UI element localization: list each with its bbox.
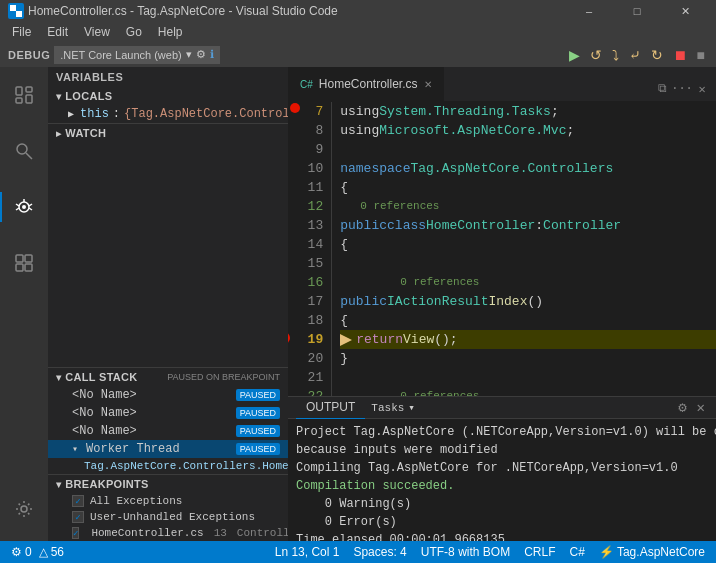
menu-view[interactable]: View xyxy=(76,22,118,42)
watch-label: WATCH xyxy=(65,127,106,139)
hotspot-button[interactable]: ■ xyxy=(694,45,708,65)
breakpoint-homecontroller[interactable]: ✓ HomeController.cs 13 Controllers xyxy=(48,525,288,541)
paused-badge-3: PAUSED xyxy=(236,425,280,437)
cursor-pos-label: Ln 13, Col 1 xyxy=(275,545,340,559)
svg-point-19 xyxy=(21,506,27,512)
close-tab-icon[interactable]: ✕ xyxy=(424,79,432,90)
menu-help[interactable]: Help xyxy=(150,22,191,42)
panel-close-icon[interactable]: ✕ xyxy=(694,398,708,417)
status-encoding[interactable]: UTF-8 with BOM xyxy=(418,541,513,563)
variables-header[interactable]: ▾ Locals xyxy=(48,87,288,105)
locals-item[interactable]: ▶ this : {Tag.AspNetCore.Controllers.Hom… xyxy=(48,105,288,123)
code-line-22: 0 references xyxy=(340,387,716,396)
output-line-5: 0 Warning(s) xyxy=(296,495,708,513)
editor-tab-bar: C# HomeController.cs ✕ ⧉ ··· ✕ xyxy=(288,67,716,102)
activity-debug[interactable] xyxy=(0,183,48,231)
item-label-3: <No Name> xyxy=(72,424,236,438)
code-line-7: using System.Threading.Tasks; xyxy=(340,102,716,121)
svg-rect-0 xyxy=(10,5,16,11)
breakpoint-user-unhandled[interactable]: ✓ User-Unhandled Exceptions xyxy=(48,509,288,525)
breakpoints-header[interactable]: ▾ BREAKPOINTS xyxy=(48,475,288,493)
item-label-1: <No Name> xyxy=(72,388,236,402)
code-line-9 xyxy=(340,140,716,159)
sidebar-section-label: VARIABLES xyxy=(48,67,288,87)
activity-extensions[interactable] xyxy=(0,239,48,287)
bp-checkbox-1[interactable]: ✓ xyxy=(72,495,84,507)
svg-rect-3 xyxy=(26,95,32,103)
call-stack-item-1[interactable]: <No Name> PAUSED xyxy=(48,386,288,404)
menu-edit[interactable]: Edit xyxy=(39,22,76,42)
code-line-10: namespace Tag.AspNetCore.Controllers xyxy=(340,159,716,178)
activity-explorer[interactable] xyxy=(0,71,48,119)
svg-rect-16 xyxy=(25,255,32,262)
maximize-button[interactable]: □ xyxy=(614,0,660,22)
editor-area: C# HomeController.cs ✕ ⧉ ··· ✕ 7 8 9 xyxy=(288,67,716,541)
output-line-7: Time elapsed 00:00:01.9668135 xyxy=(296,531,708,541)
breakpoints-section: ▾ BREAKPOINTS ✓ All Exceptions ✓ User-Un… xyxy=(48,474,288,541)
step-into-button[interactable]: ⤵ xyxy=(609,45,622,65)
step-over-button[interactable]: ↺ xyxy=(587,45,605,65)
chevron-down-icon: ▾ xyxy=(56,372,61,383)
variables-section: ▾ Locals ▶ this : {Tag.AspNetCore.Contro… xyxy=(48,87,288,123)
call-stack-item-2[interactable]: <No Name> PAUSED xyxy=(48,404,288,422)
close-panel-icon[interactable]: ✕ xyxy=(694,81,710,97)
breakpoint-all-exceptions[interactable]: ✓ All Exceptions xyxy=(48,493,288,509)
chevron-down-icon: ▾ xyxy=(72,443,78,455)
step-out-button[interactable]: ⤶ xyxy=(626,45,644,65)
status-branch[interactable]: ⚡ Tag.AspNetCore xyxy=(596,541,708,563)
output-line-2: because inputs were modified xyxy=(296,441,708,459)
panel-settings-icon[interactable]: ⚙ xyxy=(675,398,689,417)
activity-search[interactable] xyxy=(0,127,48,175)
title-bar: HomeController.cs - Tag.AspNetCore - Vis… xyxy=(0,0,716,22)
call-stack-worker-thread[interactable]: ▾ Worker Thread PAUSED xyxy=(48,440,288,458)
status-cursor[interactable]: Ln 13, Col 1 xyxy=(272,541,343,563)
bp-line-number: 13 xyxy=(214,527,227,539)
activity-settings[interactable] xyxy=(0,485,48,533)
stop-button[interactable]: ⏹ xyxy=(670,45,690,65)
paused-status: PAUSED ON BREAKPOINT xyxy=(167,372,280,382)
var-val: {Tag.AspNetCore.Controllers.HomeContr... xyxy=(124,107,288,121)
watch-header[interactable]: ▸ WATCH xyxy=(48,124,288,142)
editor-tab-homecontroller[interactable]: C# HomeController.cs ✕ xyxy=(288,67,444,101)
code-line-13: public class HomeController : Controller xyxy=(340,216,716,235)
continue-button[interactable]: ▶ xyxy=(566,45,583,65)
variables-label: Locals xyxy=(65,90,112,102)
paused-badge-2: PAUSED xyxy=(236,407,280,419)
svg-line-12 xyxy=(29,204,32,206)
code-line-17: public IActionResult Index() xyxy=(340,292,716,311)
call-stack-header[interactable]: ▾ CALL STACK PAUSED ON BREAKPOINT xyxy=(48,368,288,386)
output-tab[interactable]: OUTPUT xyxy=(296,397,365,419)
svg-marker-20 xyxy=(340,334,352,346)
menu-file[interactable]: File xyxy=(4,22,39,42)
split-editor-icon[interactable]: ⧉ xyxy=(654,81,670,97)
vscode-icon xyxy=(8,3,24,19)
menu-go[interactable]: Go xyxy=(118,22,150,42)
debug-config-selector[interactable]: .NET Core Launch (web) ▾ ⚙ ℹ xyxy=(54,46,219,64)
main-area: VARIABLES ▾ Locals ▶ this : {Tag.AspNetC… xyxy=(0,67,716,541)
status-right: Ln 13, Col 1 Spaces: 4 UTF-8 with BOM CR… xyxy=(272,541,708,563)
output-line-1: Project Tag.AspNetCore (.NETCoreApp,Vers… xyxy=(296,423,708,441)
call-stack-item-3[interactable]: <No Name> PAUSED xyxy=(48,422,288,440)
info-icon[interactable]: ℹ xyxy=(210,48,214,61)
warning-icon: △ xyxy=(39,545,48,559)
tasks-dropdown[interactable]: Tasks ▾ xyxy=(365,401,421,414)
status-bar: ⚙ 0 △ 56 Ln 13, Col 1 Spaces: 4 UTF-8 wi… xyxy=(0,541,716,563)
line-ending-label: CRLF xyxy=(524,545,555,559)
code-line-16: 0 references xyxy=(340,273,716,292)
output-content: Project Tag.AspNetCore (.NETCoreApp,Vers… xyxy=(288,419,716,541)
call-stack-sub-item[interactable]: Tag.AspNetCore.Controllers.HomeControlle… xyxy=(48,458,288,474)
minimize-button[interactable]: – xyxy=(566,0,612,22)
status-spaces[interactable]: Spaces: 4 xyxy=(350,541,409,563)
close-button[interactable]: ✕ xyxy=(662,0,708,22)
bp-checkbox-3[interactable]: ✓ xyxy=(72,527,79,539)
status-errors[interactable]: ⚙ 0 △ 56 xyxy=(8,541,67,563)
settings-icon[interactable]: ⚙ xyxy=(196,48,206,61)
status-language[interactable]: C# xyxy=(566,541,587,563)
more-actions-icon[interactable]: ··· xyxy=(674,81,690,97)
restart-button[interactable]: ↻ xyxy=(648,45,666,65)
code-line-11: { xyxy=(340,178,716,197)
var-equals: : xyxy=(113,107,120,121)
bp-checkbox-2[interactable]: ✓ xyxy=(72,511,84,523)
output-line-4: Compilation succeeded. xyxy=(296,477,708,495)
status-line-ending[interactable]: CRLF xyxy=(521,541,558,563)
